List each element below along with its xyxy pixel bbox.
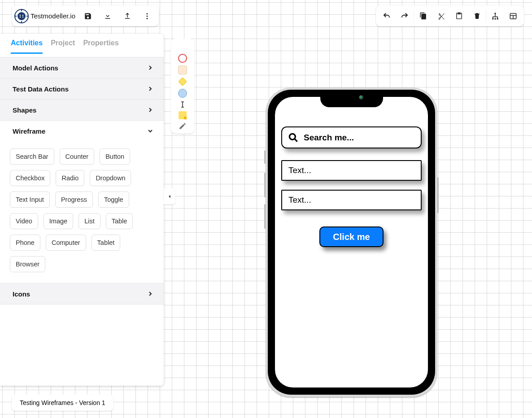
brand-name: Testmodeller.io xyxy=(31,12,75,20)
chip-table[interactable]: Table xyxy=(106,213,133,229)
search-icon xyxy=(288,132,299,144)
svg-point-12 xyxy=(147,17,148,19)
chip-text-input[interactable]: Text Input xyxy=(10,192,50,208)
node-yellow-tool[interactable] xyxy=(178,77,187,86)
chip-checkbox[interactable]: Checkbox xyxy=(10,170,50,186)
svg-line-22 xyxy=(295,139,297,141)
chip-computer[interactable]: Computer xyxy=(46,235,86,251)
phone-mockup[interactable]: Search me... Text... Text... Click me xyxy=(266,87,437,397)
node-red-tool[interactable] xyxy=(178,54,187,63)
wf-search-bar[interactable]: Search me... xyxy=(281,126,422,148)
tab-activities[interactable]: Activities xyxy=(11,39,43,54)
save-icon xyxy=(84,12,92,20)
svg-point-4 xyxy=(20,16,21,17)
section-icons: Icons xyxy=(0,283,164,305)
chevron-right-icon xyxy=(147,290,154,297)
svg-point-3 xyxy=(22,14,24,16)
left-panel: Activities Project Properties Model Acti… xyxy=(0,34,164,386)
section-test-data-actions: Test Data Actions xyxy=(0,78,164,99)
chip-list[interactable]: List xyxy=(78,213,100,229)
section-title: Icons xyxy=(13,290,30,298)
svg-point-10 xyxy=(147,13,148,14)
text-cursor-icon xyxy=(179,100,187,109)
section-head-test-data-actions[interactable]: Test Data Actions xyxy=(0,78,164,99)
more-vertical-icon xyxy=(143,12,151,20)
brand[interactable]: Testmodeller.io xyxy=(14,9,77,23)
more-button[interactable] xyxy=(138,7,156,25)
paste-icon xyxy=(455,12,463,20)
svg-marker-20 xyxy=(169,195,170,198)
redo-icon xyxy=(401,12,409,20)
wf-primary-button[interactable]: Click me xyxy=(319,226,383,247)
section-head-icons[interactable]: Icons xyxy=(0,283,164,304)
panel-collapse-handle[interactable] xyxy=(164,188,175,205)
section-head-shapes[interactable]: Shapes xyxy=(0,100,164,120)
chevron-right-icon xyxy=(147,85,154,92)
tab-properties[interactable]: Properties xyxy=(83,39,118,54)
chip-search-bar[interactable]: Search Bar xyxy=(10,148,54,165)
wireframe-stack: Search me... Text... Text... Click me xyxy=(281,126,422,247)
svg-point-5 xyxy=(22,16,24,17)
brand-logo-icon xyxy=(14,9,29,23)
chip-image[interactable]: Image xyxy=(44,213,73,229)
svg-point-2 xyxy=(20,14,21,16)
svg-rect-15 xyxy=(495,18,496,19)
cut-button[interactable] xyxy=(432,7,450,25)
chip-browser[interactable]: Browser xyxy=(10,256,45,272)
chip-radio[interactable]: Radio xyxy=(56,170,84,186)
undo-button[interactable] xyxy=(378,7,396,25)
pencil-icon xyxy=(179,122,187,130)
chip-video[interactable]: Video xyxy=(10,213,38,229)
chip-button[interactable]: Button xyxy=(100,148,130,165)
hierarchy-button[interactable] xyxy=(486,7,504,25)
document-title-pill[interactable]: Testing Wireframes - Version 1 xyxy=(12,395,113,411)
download-button[interactable] xyxy=(99,7,117,25)
chip-phone[interactable]: Phone xyxy=(10,235,40,251)
chip-dropdown[interactable]: Dropdown xyxy=(90,170,131,186)
node-blue-tool[interactable] xyxy=(178,89,187,98)
wf-search-placeholder: Search me... xyxy=(304,133,354,143)
section-head-wireframe[interactable]: Wireframe xyxy=(0,121,164,141)
model-tools-bar xyxy=(171,39,194,134)
table-icon xyxy=(509,12,517,20)
text-tool[interactable] xyxy=(179,100,187,109)
sticky-note-tool[interactable] xyxy=(179,111,187,119)
svg-rect-13 xyxy=(495,13,496,14)
table-button[interactable] xyxy=(504,7,522,25)
section-title: Wireframe xyxy=(13,127,45,135)
wf-text-input-value: Text... xyxy=(288,165,311,175)
paste-button[interactable] xyxy=(450,7,468,25)
node-beige-tool[interactable] xyxy=(178,65,187,74)
toolbar-left: Testmodeller.io xyxy=(12,5,159,26)
delete-button[interactable] xyxy=(468,7,486,25)
wf-button-label: Click me xyxy=(333,232,370,242)
wf-text-input-2[interactable]: Text... xyxy=(281,190,422,210)
wf-text-input-1[interactable]: Text... xyxy=(281,160,422,181)
copy-button[interactable] xyxy=(414,7,432,25)
toolbar-right xyxy=(376,5,524,26)
section-shapes: Shapes xyxy=(0,99,164,120)
pencil-tool[interactable] xyxy=(179,122,187,130)
trash-icon xyxy=(473,12,481,20)
phone-notch xyxy=(320,92,383,107)
chip-progress[interactable]: Progress xyxy=(55,192,93,208)
chip-tablet[interactable]: Tablet xyxy=(92,235,121,251)
chip-counter[interactable]: Counter xyxy=(60,148,95,165)
svg-point-21 xyxy=(289,134,295,139)
download-icon xyxy=(104,12,112,20)
phone-bezel: Search me... Text... Text... Click me xyxy=(268,90,435,395)
save-button[interactable] xyxy=(79,7,97,25)
section-head-model-actions[interactable]: Model Actions xyxy=(0,57,164,78)
tab-project[interactable]: Project xyxy=(51,39,75,54)
chip-toggle[interactable]: Toggle xyxy=(98,192,129,208)
panel-accordion: Model Actions Test Data Actions Shapes W… xyxy=(0,57,164,305)
upload-button[interactable] xyxy=(118,7,136,25)
panel-tabs: Activities Project Properties xyxy=(0,34,164,57)
section-title: Model Actions xyxy=(13,64,58,72)
node-green-tool[interactable] xyxy=(178,42,187,51)
svg-point-1 xyxy=(17,12,26,20)
redo-button[interactable] xyxy=(396,7,414,25)
phone-side-button xyxy=(437,177,439,213)
copy-icon xyxy=(419,12,427,20)
wf-text-input-value: Text... xyxy=(288,195,311,205)
